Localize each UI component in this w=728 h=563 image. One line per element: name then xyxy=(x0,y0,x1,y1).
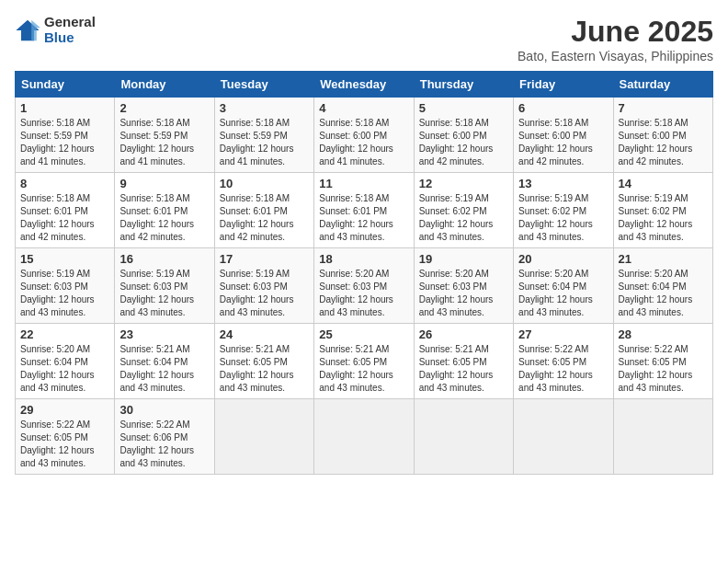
day-cell: 26 Sunrise: 5:21 AM Sunset: 6:05 PM Dayl… xyxy=(414,324,513,399)
day-info: Sunrise: 5:19 AM Sunset: 6:02 PM Dayligh… xyxy=(518,192,608,244)
day-info: Sunrise: 5:18 AM Sunset: 5:59 PM Dayligh… xyxy=(220,117,309,168)
logo-icon xyxy=(15,17,40,43)
day-info: Sunrise: 5:20 AM Sunset: 6:04 PM Dayligh… xyxy=(518,268,608,319)
day-info: Sunrise: 5:19 AM Sunset: 6:02 PM Dayligh… xyxy=(619,192,708,244)
day-info: Sunrise: 5:18 AM Sunset: 6:00 PM Dayligh… xyxy=(419,117,508,168)
day-info: Sunrise: 5:20 AM Sunset: 6:03 PM Dayligh… xyxy=(319,268,408,319)
day-number: 19 xyxy=(419,252,508,266)
day-number: 28 xyxy=(619,327,708,341)
day-cell: 28 Sunrise: 5:22 AM Sunset: 6:05 PM Dayl… xyxy=(613,324,712,399)
title-area: June 2025 Bato, Eastern Visayas, Philipp… xyxy=(518,15,713,63)
day-cell: 14 Sunrise: 5:19 AM Sunset: 6:02 PM Dayl… xyxy=(613,173,712,248)
day-cell: 9 Sunrise: 5:18 AM Sunset: 6:01 PM Dayli… xyxy=(115,173,214,248)
week-row-3: 15 Sunrise: 5:19 AM Sunset: 6:03 PM Dayl… xyxy=(16,248,713,324)
day-cell: 10 Sunrise: 5:18 AM Sunset: 6:01 PM Dayl… xyxy=(214,173,313,248)
calendar-title: June 2025 xyxy=(518,15,713,49)
day-cell: 17 Sunrise: 5:19 AM Sunset: 6:03 PM Dayl… xyxy=(214,248,313,324)
day-number: 21 xyxy=(619,252,708,266)
day-info: Sunrise: 5:18 AM Sunset: 6:01 PM Dayligh… xyxy=(20,192,109,244)
day-info: Sunrise: 5:20 AM Sunset: 6:03 PM Dayligh… xyxy=(419,268,508,319)
day-cell: 25 Sunrise: 5:21 AM Sunset: 6:05 PM Dayl… xyxy=(314,324,414,399)
day-cell: 27 Sunrise: 5:22 AM Sunset: 6:05 PM Dayl… xyxy=(514,324,613,399)
day-number: 4 xyxy=(319,101,408,115)
calendar-subtitle: Bato, Eastern Visayas, Philippines xyxy=(518,49,713,63)
header-saturday: Saturday xyxy=(613,72,712,98)
day-cell: 6 Sunrise: 5:18 AM Sunset: 6:00 PM Dayli… xyxy=(514,98,613,173)
day-number: 20 xyxy=(518,252,608,266)
day-cell xyxy=(514,399,613,475)
logo-blue: Blue xyxy=(44,30,96,46)
week-row-1: 1 Sunrise: 5:18 AM Sunset: 5:59 PM Dayli… xyxy=(16,98,713,173)
day-cell: 7 Sunrise: 5:18 AM Sunset: 6:00 PM Dayli… xyxy=(613,98,712,173)
calendar-table: Sunday Monday Tuesday Wednesday Thursday… xyxy=(15,71,713,475)
day-number: 29 xyxy=(20,403,109,417)
day-info: Sunrise: 5:19 AM Sunset: 6:02 PM Dayligh… xyxy=(419,192,508,244)
day-cell: 18 Sunrise: 5:20 AM Sunset: 6:03 PM Dayl… xyxy=(314,248,414,324)
day-info: Sunrise: 5:20 AM Sunset: 6:04 PM Dayligh… xyxy=(20,343,109,395)
header-thursday: Thursday xyxy=(414,72,513,98)
day-info: Sunrise: 5:22 AM Sunset: 6:06 PM Dayligh… xyxy=(119,419,209,470)
logo-general: General xyxy=(44,15,96,30)
day-cell: 1 Sunrise: 5:18 AM Sunset: 5:59 PM Dayli… xyxy=(16,98,115,173)
day-cell: 11 Sunrise: 5:18 AM Sunset: 6:01 PM Dayl… xyxy=(314,173,414,248)
header-wednesday: Wednesday xyxy=(314,72,414,98)
day-cell: 8 Sunrise: 5:18 AM Sunset: 6:01 PM Dayli… xyxy=(16,173,115,248)
day-number: 8 xyxy=(20,177,109,190)
week-row-5: 29 Sunrise: 5:22 AM Sunset: 6:05 PM Dayl… xyxy=(16,399,713,475)
day-number: 26 xyxy=(419,327,508,341)
day-info: Sunrise: 5:18 AM Sunset: 5:59 PM Dayligh… xyxy=(119,117,209,168)
day-cell xyxy=(613,399,712,475)
day-info: Sunrise: 5:19 AM Sunset: 6:03 PM Dayligh… xyxy=(20,268,109,319)
day-number: 23 xyxy=(119,327,209,341)
day-cell: 24 Sunrise: 5:21 AM Sunset: 6:05 PM Dayl… xyxy=(214,324,313,399)
day-info: Sunrise: 5:21 AM Sunset: 6:04 PM Dayligh… xyxy=(119,343,209,395)
day-info: Sunrise: 5:22 AM Sunset: 6:05 PM Dayligh… xyxy=(619,343,708,395)
logo: General Blue xyxy=(15,15,96,45)
day-cell xyxy=(314,399,414,475)
day-number: 15 xyxy=(20,252,109,266)
day-number: 11 xyxy=(319,177,408,190)
day-cell xyxy=(214,399,313,475)
day-number: 17 xyxy=(220,252,309,266)
day-number: 10 xyxy=(220,177,309,190)
header-sunday: Sunday xyxy=(16,72,115,98)
day-number: 6 xyxy=(518,101,608,115)
day-info: Sunrise: 5:18 AM Sunset: 6:00 PM Dayligh… xyxy=(319,117,408,168)
header-tuesday: Tuesday xyxy=(214,72,313,98)
day-cell: 19 Sunrise: 5:20 AM Sunset: 6:03 PM Dayl… xyxy=(414,248,513,324)
day-cell xyxy=(414,399,513,475)
day-info: Sunrise: 5:21 AM Sunset: 6:05 PM Dayligh… xyxy=(220,343,309,395)
day-cell: 22 Sunrise: 5:20 AM Sunset: 6:04 PM Dayl… xyxy=(16,324,115,399)
day-info: Sunrise: 5:20 AM Sunset: 6:04 PM Dayligh… xyxy=(619,268,708,319)
day-info: Sunrise: 5:18 AM Sunset: 6:01 PM Dayligh… xyxy=(319,192,408,244)
day-number: 27 xyxy=(518,327,608,341)
day-info: Sunrise: 5:21 AM Sunset: 6:05 PM Dayligh… xyxy=(319,343,408,395)
day-info: Sunrise: 5:21 AM Sunset: 6:05 PM Dayligh… xyxy=(419,343,508,395)
day-info: Sunrise: 5:18 AM Sunset: 6:01 PM Dayligh… xyxy=(220,192,309,244)
day-cell: 16 Sunrise: 5:19 AM Sunset: 6:03 PM Dayl… xyxy=(115,248,214,324)
day-number: 30 xyxy=(119,403,209,417)
day-number: 13 xyxy=(518,177,608,190)
day-cell: 12 Sunrise: 5:19 AM Sunset: 6:02 PM Dayl… xyxy=(414,173,513,248)
week-row-2: 8 Sunrise: 5:18 AM Sunset: 6:01 PM Dayli… xyxy=(16,173,713,248)
weekday-header-row: Sunday Monday Tuesday Wednesday Thursday… xyxy=(16,72,713,98)
day-info: Sunrise: 5:18 AM Sunset: 6:01 PM Dayligh… xyxy=(119,192,209,244)
day-cell: 3 Sunrise: 5:18 AM Sunset: 5:59 PM Dayli… xyxy=(214,98,313,173)
day-number: 12 xyxy=(419,177,508,190)
header-monday: Monday xyxy=(115,72,214,98)
day-info: Sunrise: 5:18 AM Sunset: 6:00 PM Dayligh… xyxy=(518,117,608,168)
day-cell: 21 Sunrise: 5:20 AM Sunset: 6:04 PM Dayl… xyxy=(613,248,712,324)
day-number: 2 xyxy=(119,101,209,115)
day-number: 3 xyxy=(220,101,309,115)
day-info: Sunrise: 5:19 AM Sunset: 6:03 PM Dayligh… xyxy=(119,268,209,319)
day-number: 9 xyxy=(119,177,209,190)
header-friday: Friday xyxy=(514,72,613,98)
day-cell: 15 Sunrise: 5:19 AM Sunset: 6:03 PM Dayl… xyxy=(16,248,115,324)
day-cell: 13 Sunrise: 5:19 AM Sunset: 6:02 PM Dayl… xyxy=(514,173,613,248)
day-cell: 30 Sunrise: 5:22 AM Sunset: 6:06 PM Dayl… xyxy=(115,399,214,475)
day-number: 18 xyxy=(319,252,408,266)
day-cell: 5 Sunrise: 5:18 AM Sunset: 6:00 PM Dayli… xyxy=(414,98,513,173)
day-cell: 4 Sunrise: 5:18 AM Sunset: 6:00 PM Dayli… xyxy=(314,98,414,173)
day-cell: 29 Sunrise: 5:22 AM Sunset: 6:05 PM Dayl… xyxy=(16,399,115,475)
day-info: Sunrise: 5:22 AM Sunset: 6:05 PM Dayligh… xyxy=(518,343,608,395)
